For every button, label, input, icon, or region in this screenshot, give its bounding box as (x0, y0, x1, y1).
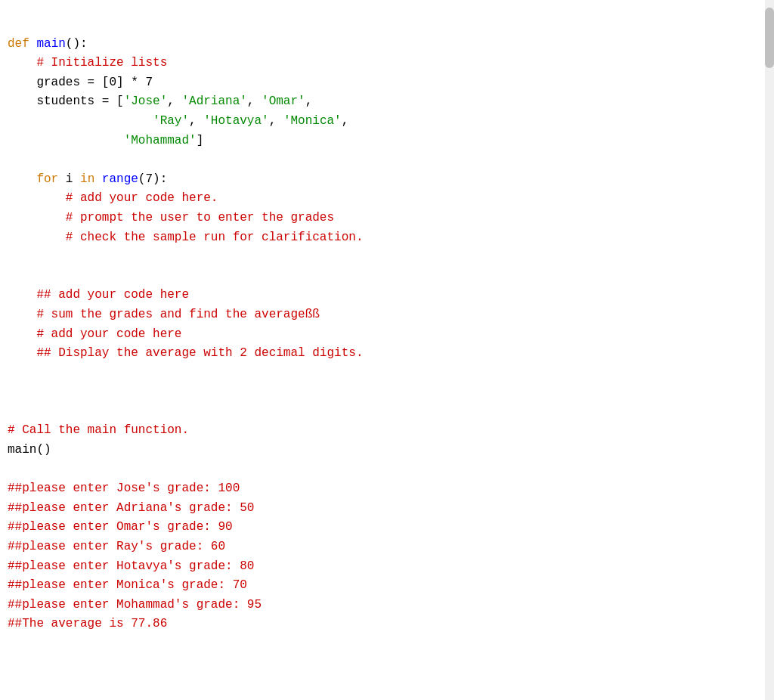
line-for: for i in range(7): (8, 172, 167, 186)
line-grades: grades = [0] * 7 (8, 76, 153, 89)
line-output-jose: ##please enter Jose's grade: 100 (8, 482, 240, 495)
line-def: def main(): (8, 37, 88, 51)
line-output-adriana: ##please enter Adriana's grade: 50 (8, 501, 254, 515)
line-comment-add: # add your code here. (8, 191, 218, 205)
line-blank4 (8, 366, 15, 379)
line-output-omar: ##please enter Omar's grade: 90 (8, 520, 233, 534)
line-comment-call: # Call the main function. (8, 423, 189, 437)
line-output-average: ##The average is 77.86 (8, 617, 167, 630)
line-comment-check: # check the sample run for clarification… (8, 231, 363, 244)
line-blank6 (8, 404, 15, 418)
line-comment-add3: # add your code here (8, 327, 181, 341)
line-comment-init: # Initialize lists (8, 56, 167, 70)
line-comment-prompt: # prompt the user to enter the grades (8, 211, 334, 225)
line-output-ray: ##please enter Ray's grade: 60 (8, 540, 225, 553)
line-blank1 (8, 153, 15, 166)
line-output-monica: ##please enter Monica's grade: 70 (8, 578, 247, 592)
line-comment-add2: ## add your code here (8, 288, 189, 302)
line-blank2 (8, 249, 15, 263)
line-students3: 'Mohammad'] (8, 134, 203, 147)
line-main-call: main() (8, 443, 51, 457)
line-blank3 (8, 269, 15, 283)
line-output-hotavya: ##please enter Hotavya's grade: 80 (8, 559, 254, 573)
scrollbar-thumb[interactable] (765, 8, 774, 68)
line-comment-sum: # sum the grades and find the averageßß (8, 308, 320, 321)
scrollbar[interactable] (765, 0, 774, 700)
line-blank5 (8, 385, 15, 398)
line-blank7 (8, 463, 15, 476)
line-students2: 'Ray', 'Hotavya', 'Monica', (8, 114, 348, 128)
code-editor: def main(): # Initialize lists grades = … (0, 0, 774, 700)
line-comment-display: ## Display the average with 2 decimal di… (8, 346, 363, 360)
line-output-mohammad: ##please enter Mohammad's grade: 95 (8, 598, 262, 612)
line-students1: students = ['Jose', 'Adriana', 'Omar', (8, 94, 312, 108)
